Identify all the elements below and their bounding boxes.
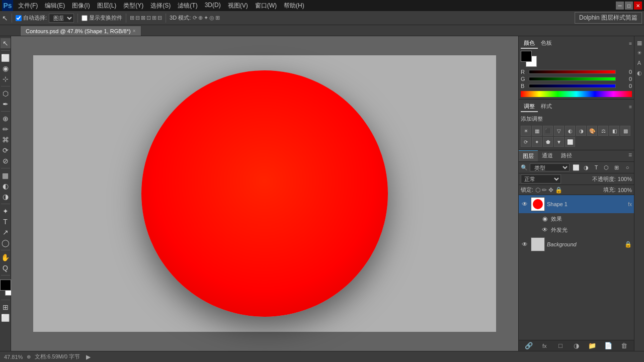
layer-item-shape1[interactable]: 👁 Shape 1 fx — [519, 195, 634, 213]
align-right-icon[interactable]: ⊠ — [141, 15, 145, 21]
adj-levels-icon[interactable]: ▦ — [532, 126, 542, 136]
blur-tool[interactable]: ◐ — [1, 181, 11, 191]
crop-tool[interactable]: ⬡ — [1, 88, 11, 99]
quick-select-tool[interactable]: ⊹ — [1, 74, 11, 84]
filter-smart-icon[interactable]: ⊞ — [612, 163, 621, 172]
auto-select-checkbox-area[interactable]: 自动选择: — [16, 14, 47, 22]
layer-type-filter[interactable]: 类型 — [530, 163, 570, 171]
toggle-filter-icon[interactable]: ○ — [623, 163, 632, 172]
r-slider[interactable] — [529, 70, 616, 74]
menu-image[interactable]: 图像(I) — [69, 1, 93, 11]
eyedropper-tool[interactable]: ✒ — [1, 99, 11, 109]
layer-visibility-background[interactable]: 👁 — [521, 240, 529, 248]
effect-visibility-effects[interactable]: ◉ — [541, 215, 549, 223]
align-left-icon[interactable]: ⊞ — [130, 15, 134, 21]
menu-file[interactable]: 文件(F) — [15, 1, 41, 11]
show-transform-area[interactable]: 显示变换控件 — [82, 14, 122, 22]
foreground-color-swatch[interactable] — [0, 280, 11, 291]
status-arrow[interactable]: ▶ — [86, 353, 91, 360]
layers-panel-expand[interactable]: ≡ — [626, 150, 634, 161]
adj-colorbalance-icon[interactable]: 🎨 — [587, 126, 597, 136]
adj-threshold-icon[interactable]: ⬟ — [543, 137, 553, 147]
clone-tool[interactable]: ⌘ — [1, 135, 11, 145]
adj-pattern-icon[interactable]: ⬜ — [565, 137, 575, 147]
menu-select[interactable]: 选择(S) — [147, 1, 174, 11]
delete-layer-button[interactable]: 🗑 — [619, 341, 628, 350]
move-tool[interactable]: ↖ — [1, 38, 11, 48]
blend-mode-select[interactable]: 正常 — [521, 174, 561, 184]
quick-mask-mode[interactable]: ⊞ — [1, 302, 11, 312]
healing-tool[interactable]: ⊕ — [1, 114, 11, 124]
vert-panel-color[interactable]: ▦ — [635, 38, 644, 47]
menu-3d[interactable]: 3D(D) — [202, 1, 224, 11]
tab-channels[interactable]: 通道 — [538, 150, 557, 161]
history-brush-tool[interactable]: ⟳ — [1, 145, 11, 155]
menu-layer[interactable]: 图层(L) — [94, 1, 120, 11]
shape-tool[interactable]: ◯ — [1, 238, 11, 248]
screen-mode[interactable]: ⬜ — [1, 313, 11, 323]
align-center-icon[interactable]: ⊟ — [135, 15, 140, 21]
3d-icon5[interactable]: ⊞ — [215, 15, 220, 21]
marquee-tool[interactable]: ⬜ — [1, 53, 11, 63]
adj-exposure-icon[interactable]: ▽ — [554, 126, 564, 136]
b-slider[interactable] — [529, 84, 616, 88]
minimize-button[interactable]: ─ — [616, 2, 624, 10]
eraser-tool[interactable]: ⊘ — [1, 156, 11, 166]
maximize-button[interactable]: □ — [625, 2, 633, 10]
filter-adjust-icon[interactable]: ◑ — [582, 163, 591, 172]
brush-tool[interactable]: ✏ — [1, 124, 11, 134]
adj-invert-icon[interactable]: ⟳ — [521, 137, 531, 147]
tab-swatches[interactable]: 色板 — [538, 38, 555, 49]
type-tool[interactable]: T — [1, 217, 11, 227]
3d-icon1[interactable]: ⟳ — [193, 15, 197, 21]
pen-tool[interactable]: ✦ — [1, 206, 11, 216]
g-slider[interactable] — [529, 77, 616, 81]
color-spectrum[interactable] — [521, 91, 632, 97]
lasso-tool[interactable]: ◉ — [1, 63, 11, 73]
align-top-icon[interactable]: ⊡ — [146, 15, 151, 21]
document-tab[interactable]: Contours.psd @ 47.8% (Shape 1, RGB/8*) × — [20, 26, 141, 36]
auto-select-dropdown[interactable]: 图层 组 — [49, 14, 74, 23]
layer-visibility-shape1[interactable]: 👁 — [521, 200, 529, 208]
create-layer-button[interactable]: 📄 — [604, 341, 613, 350]
layer-item-background[interactable]: 👁 Background 🔒 — [519, 235, 634, 253]
align-middle-icon[interactable]: ⊞ — [152, 15, 156, 21]
vert-panel-curves[interactable]: ◐ — [635, 68, 644, 77]
menu-filter[interactable]: 滤镜(T) — [175, 1, 200, 11]
tab-close-button[interactable]: × — [133, 28, 136, 34]
show-transform-checkbox[interactable] — [82, 15, 88, 21]
filter-pixel-icon[interactable]: ⬜ — [572, 163, 581, 172]
menu-view[interactable]: 视图(V) — [225, 1, 251, 11]
filter-shape-icon[interactable]: ⬡ — [602, 163, 611, 172]
menu-edit[interactable]: 编辑(E) — [42, 1, 68, 11]
tab-styles[interactable]: 样式 — [538, 102, 555, 112]
link-layers-button[interactable]: 🔗 — [524, 341, 533, 350]
3d-icon2[interactable]: ⊕ — [198, 15, 203, 21]
gradient-tool[interactable]: ▦ — [1, 170, 11, 180]
path-select-tool[interactable]: ↗ — [1, 227, 11, 237]
adj-panel-expand-icon[interactable]: ≡ — [629, 104, 632, 110]
lock-all-icon[interactable]: 🔒 — [555, 187, 562, 194]
adj-channelmix-icon[interactable]: ▩ — [620, 126, 630, 136]
zoom-tool[interactable]: Q — [1, 263, 11, 273]
adj-photofilter-icon[interactable]: ◧ — [609, 126, 619, 136]
create-fill-adj-button[interactable]: ◑ — [572, 341, 581, 350]
fg-swatch[interactable] — [521, 51, 532, 62]
dodge-tool[interactable]: ◑ — [1, 192, 11, 202]
adj-curves-icon[interactable]: ⬛ — [543, 126, 553, 136]
adj-gradient-icon[interactable]: ▼ — [554, 137, 564, 147]
menu-window[interactable]: 窗口(W) — [252, 1, 280, 11]
3d-icon3[interactable]: ✦ — [204, 15, 208, 21]
tab-adjustments[interactable]: 调整 — [521, 102, 538, 112]
tab-paths[interactable]: 路径 — [557, 150, 576, 161]
lock-transparent-icon[interactable]: ⬡ — [535, 187, 540, 194]
adj-brightness-icon[interactable]: ☀ — [521, 126, 531, 136]
fg-bg-swatches[interactable] — [521, 51, 537, 67]
hand-tool[interactable]: ✋ — [1, 252, 11, 262]
color-panel-expand-icon[interactable]: ≡ — [629, 41, 632, 46]
lock-move-icon[interactable]: ✥ — [548, 187, 553, 194]
tab-layers[interactable]: 图层 — [519, 150, 538, 161]
auto-select-checkbox[interactable] — [16, 15, 22, 21]
adj-hsl-icon[interactable]: ◑ — [576, 126, 586, 136]
effect-visibility-outerglow[interactable]: 👁 — [541, 226, 549, 234]
